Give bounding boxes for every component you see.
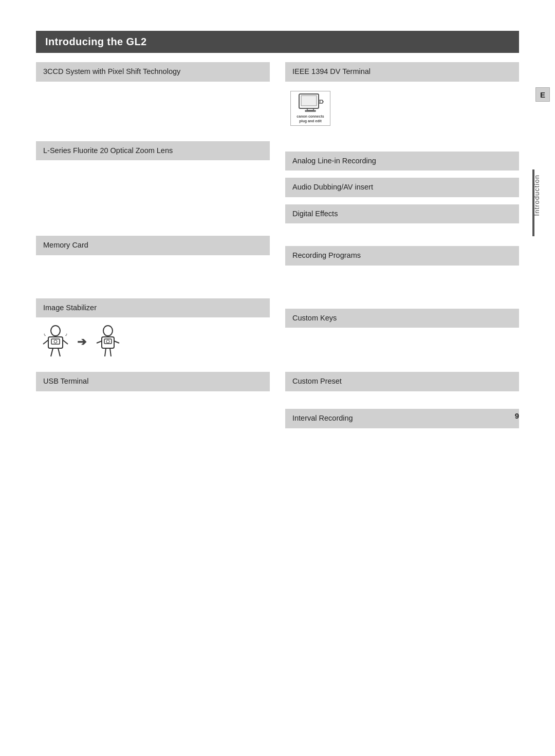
svg-point-24 — [106, 340, 109, 343]
canon-monitor-icon — [297, 93, 324, 114]
svg-point-14 — [54, 340, 57, 343]
canon-logo-area: canon connects plug and edit — [285, 91, 519, 126]
svg-line-12 — [58, 348, 60, 356]
feature-lseries: L-Series Fluorite 20 Optical Zoom Lens — [36, 141, 270, 161]
page-title: Introducing the GL2 — [36, 31, 519, 53]
svg-line-22 — [110, 348, 111, 356]
svg-line-11 — [51, 348, 53, 356]
canon-logo-box: canon connects plug and edit — [290, 91, 330, 126]
feature-audio-dubbing: Audio Dubbing/AV insert — [285, 178, 519, 197]
page-number: 9 — [515, 411, 519, 420]
person-before-icon — [38, 325, 73, 360]
feature-interval-recording: Interval Recording — [285, 409, 519, 428]
svg-line-21 — [105, 348, 106, 356]
e-badge: E — [535, 87, 550, 102]
feature-image-stabilizer: Image Stabilizer — [36, 298, 270, 318]
stabilizer-arrow: ➔ — [77, 335, 86, 349]
svg-line-16 — [66, 334, 67, 336]
feature-digital-effects: Digital Effects — [285, 204, 519, 224]
svg-line-15 — [44, 334, 45, 336]
person-after-icon — [90, 325, 125, 360]
svg-line-20 — [114, 341, 119, 343]
feature-ieee: IEEE 1394 DV Terminal — [285, 62, 519, 82]
feature-usb-terminal: USB Terminal — [36, 372, 270, 391]
svg-rect-1 — [301, 96, 317, 106]
svg-line-19 — [97, 341, 102, 343]
feature-custom-keys: Custom Keys — [285, 309, 519, 328]
feature-memory-card: Memory Card — [36, 236, 270, 255]
svg-line-9 — [43, 340, 48, 344]
svg-point-17 — [103, 326, 113, 336]
side-label: Introduction — [533, 175, 541, 216]
svg-rect-4 — [319, 100, 323, 103]
feature-recording-programs: Recording Programs — [285, 246, 519, 266]
feature-analog: Analog Line-in Recording — [285, 152, 519, 171]
svg-line-10 — [63, 340, 68, 344]
stabilizer-illustration: ➔ — [36, 325, 270, 360]
feature-custom-preset: Custom Preset — [285, 372, 519, 391]
feature-3ccd: 3CCD System with Pixel Shift Technology — [36, 62, 270, 82]
canon-connects-text: canon connects plug and edit — [297, 115, 324, 123]
svg-rect-3 — [305, 110, 316, 111]
svg-point-7 — [51, 326, 60, 336]
